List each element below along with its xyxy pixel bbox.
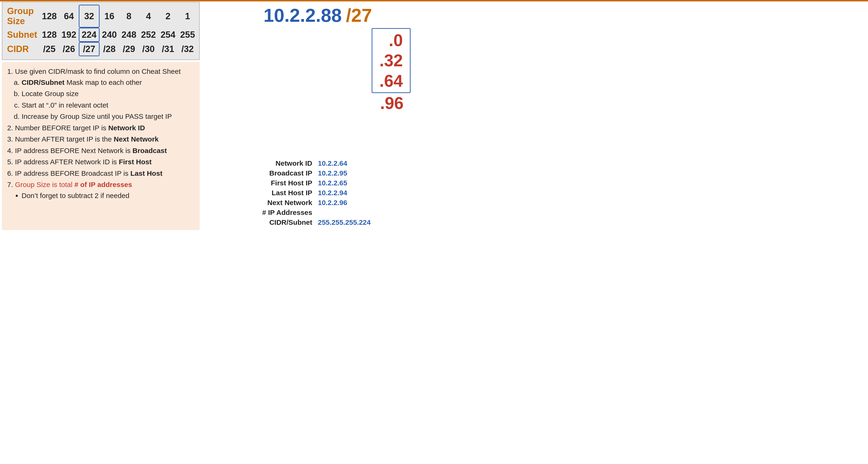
list-item: Use given CIDR/mask to find column on Ch… — [15, 66, 194, 122]
cheat-cell-0-6: 2 — [158, 5, 178, 28]
ip-header: 10.2.2.88 /27 — [206, 5, 429, 26]
sub-list: CIDR/Subnet Mask map to each other Locat… — [15, 77, 194, 122]
cheat-cell-0-1: 64 — [59, 5, 79, 28]
subnet-value-96: .96 — [380, 93, 410, 113]
cheat-cell-2-1: /26 — [59, 42, 79, 56]
list-item: IP address BEFORE Next Network is Broadc… — [15, 145, 194, 156]
cidr-notation: /27 — [346, 5, 372, 26]
list-item: Group Size is total # of IP addresses Do… — [15, 179, 194, 201]
ip-address: 10.2.2.88 — [264, 5, 342, 26]
bold-red-text: # of IP addresses — [74, 181, 132, 188]
bold-text: Network ID — [108, 124, 145, 132]
top-bar — [0, 0, 434, 1]
list-item: Number BEFORE target IP is Network ID — [15, 123, 194, 133]
list-item: CIDR/Subnet Mask map to each other — [22, 77, 194, 88]
network-info: Network ID10.2.2.64Broadcast IP10.2.2.95… — [206, 158, 429, 230]
left-panel: Group Size1286432168421Subnet12819222424… — [0, 0, 202, 232]
network-label-0: Network ID — [206, 158, 315, 168]
cheat-cell-1-2: 224 — [79, 28, 100, 42]
cheat-cell-2-0: /25 — [40, 42, 59, 56]
network-value-3: 10.2.2.94 — [315, 188, 429, 198]
network-value-1: 10.2.2.95 — [315, 168, 429, 178]
cheat-cell-2-4: /29 — [119, 42, 138, 56]
bold-text: CIDR/Subnet — [22, 79, 64, 86]
bold-text: Last Host — [130, 169, 162, 177]
list-item: Start at “.0” in relevant octet — [22, 100, 194, 111]
network-value-5 — [315, 208, 429, 217]
bold-text: Broadcast — [132, 147, 167, 154]
cheat-row-label-0: Group Size — [6, 5, 40, 28]
right-panel: 10.2.2.88 /27 .0 .32 .64 .96 Network ID1… — [202, 0, 434, 232]
list-item: Increase by Group Size until you PASS ta… — [22, 111, 194, 122]
network-label-5: # IP Addresses — [206, 208, 315, 217]
list-item: Don’t forget to subtract 2 if needed — [22, 190, 194, 201]
cheat-table: Group Size1286432168421Subnet12819222424… — [6, 5, 197, 56]
list-item: IP address BEFORE Broadcast IP is Last H… — [15, 168, 194, 179]
subnet-value-64: .64 — [379, 71, 403, 91]
subnet-value-0: .0 — [379, 30, 403, 51]
network-value-4: 10.2.2.96 — [315, 198, 429, 208]
cheat-cell-1-3: 240 — [100, 28, 119, 42]
network-label-4: Next Network — [206, 198, 315, 208]
cheat-cell-0-7: 1 — [178, 5, 197, 28]
network-value-0: 10.2.2.64 — [315, 158, 429, 168]
list-item: IP address AFTER Network ID is First Hos… — [15, 157, 194, 167]
cheat-cell-2-3: /28 — [100, 42, 119, 56]
cheat-cell-1-0: 128 — [40, 28, 59, 42]
network-label-3: Last Host IP — [206, 188, 315, 198]
cheat-row-label-2: CIDR — [6, 42, 40, 56]
bullet-list: Don’t forget to subtract 2 if needed — [15, 190, 194, 201]
network-value-2: 10.2.2.65 — [315, 178, 429, 188]
cheat-cell-1-1: 192 — [59, 28, 79, 42]
cheat-cell-0-0: 128 — [40, 5, 59, 28]
cheat-cell-2-6: /31 — [158, 42, 178, 56]
subnet-box: .0 .32 .64 — [372, 28, 410, 93]
cheat-cell-0-2: 32 — [79, 5, 100, 28]
cheat-cell-1-5: 252 — [139, 28, 158, 42]
network-label-6: CIDR/Subnet — [206, 217, 315, 227]
cheat-cell-1-4: 248 — [119, 28, 138, 42]
cheat-cell-2-2: /27 — [79, 42, 100, 56]
instructions-panel: Use given CIDR/mask to find column on Ch… — [2, 62, 200, 230]
instructions-list: Use given CIDR/mask to find column on Ch… — [9, 66, 194, 201]
cheat-cell-0-3: 16 — [100, 5, 119, 28]
red-text: Group Size is total # of IP addresses — [15, 181, 132, 188]
network-label-2: First Host IP — [206, 178, 315, 188]
cheat-cell-2-5: /30 — [139, 42, 158, 56]
cheat-cell-0-5: 4 — [139, 5, 158, 28]
cheat-row-label-1: Subnet — [6, 28, 40, 42]
cheat-cell-1-7: 255 — [178, 28, 197, 42]
cheat-cell-1-6: 254 — [158, 28, 178, 42]
subnet-value-32: .32 — [379, 51, 403, 70]
network-value-6: 255.255.255.224 — [315, 217, 429, 227]
bold-text: First Host — [119, 158, 152, 166]
cheat-cell-0-4: 8 — [119, 5, 138, 28]
network-label-1: Broadcast IP — [206, 168, 315, 178]
cheat-sheet: Group Size1286432168421Subnet12819222424… — [2, 2, 200, 60]
subnet-blocks: .0 .32 .64 .96 — [206, 28, 410, 114]
list-item: Locate Group size — [22, 88, 194, 99]
bold-text: Next Network — [114, 135, 159, 143]
list-item: Number AFTER target IP is the Next Netwo… — [15, 134, 194, 145]
cheat-cell-2-7: /32 — [178, 42, 197, 56]
network-info-table: Network ID10.2.2.64Broadcast IP10.2.2.95… — [206, 158, 429, 227]
